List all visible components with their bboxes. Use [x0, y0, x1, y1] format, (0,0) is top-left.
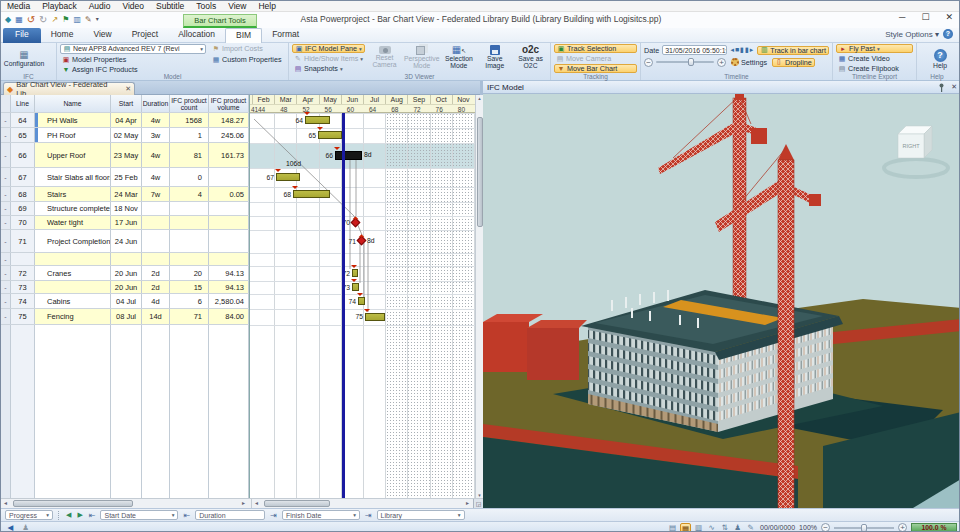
- move-bar-chart-button[interactable]: ▼ Move Bar Chart: [554, 64, 637, 73]
- cell-start[interactable]: 24 Jun: [111, 230, 142, 252]
- table-row[interactable]: -72Cranes20 Jun2d2094.13: [1, 266, 249, 281]
- table-row[interactable]: -69Structure complete18 Nov: [1, 202, 249, 216]
- cell-dur[interactable]: 4w: [142, 113, 170, 127]
- menu-audio[interactable]: Audio: [83, 1, 117, 11]
- help-icon[interactable]: ?: [943, 29, 953, 39]
- finish-date-dropdown[interactable]: Finish Date▾: [282, 510, 360, 520]
- menu-video[interactable]: Video: [116, 1, 150, 11]
- cell-start[interactable]: 20 Jun: [111, 266, 142, 280]
- zoom-out-icon[interactable]: −: [821, 523, 830, 532]
- cell-line[interactable]: 73: [11, 281, 35, 293]
- cell-vol[interactable]: 2,580.04: [209, 294, 249, 308]
- column-header-start[interactable]: Start: [111, 95, 142, 112]
- dropline-button[interactable]: ▯ Dropline: [772, 58, 815, 67]
- task-bar-64[interactable]: [305, 116, 330, 124]
- cell-line[interactable]: 66: [11, 143, 35, 167]
- cell-mark[interactable]: -: [1, 281, 11, 293]
- resources-icon[interactable]: ♟: [732, 523, 743, 532]
- progress-dropdown[interactable]: Progress▾: [5, 510, 53, 520]
- resource-status-icon[interactable]: ♟: [20, 523, 31, 532]
- menu-playback[interactable]: Playback: [36, 1, 83, 11]
- cell-name[interactable]: Upper Roof: [35, 143, 111, 167]
- column-header-name[interactable]: Name: [35, 95, 111, 112]
- cell-mark[interactable]: -: [1, 294, 11, 308]
- cell-cnt[interactable]: 4: [170, 187, 209, 201]
- create-video-button[interactable]: ▦ Create Video: [836, 54, 913, 63]
- save-image-button[interactable]: Save Image: [478, 44, 511, 73]
- cell-start[interactable]: 04 Apr: [111, 113, 142, 127]
- column-header-vol[interactable]: IFC product volume: [209, 95, 249, 112]
- cell-name[interactable]: Structure complete: [35, 202, 111, 215]
- task-bar-72[interactable]: [352, 269, 358, 277]
- cell-name[interactable]: Cranes: [35, 266, 111, 280]
- tab-project[interactable]: Project: [122, 28, 168, 43]
- cell-dur[interactable]: 4w: [142, 143, 170, 167]
- cell-name[interactable]: Stairs: [35, 187, 111, 201]
- cell-start[interactable]: 08 Jul: [111, 309, 142, 324]
- custom-properties-button[interactable]: ▦ Custom Properties: [210, 55, 284, 64]
- library-dropdown[interactable]: Library▾: [377, 510, 465, 520]
- cell-line[interactable]: 64: [11, 113, 35, 127]
- cell-line[interactable]: 74: [11, 294, 35, 308]
- cell-mark[interactable]: -: [1, 168, 11, 186]
- timeline-zoom-out-icon[interactable]: −: [644, 58, 653, 67]
- zoom-slider[interactable]: [834, 527, 894, 529]
- tab-format[interactable]: Format: [262, 28, 309, 43]
- save-as-o2c-button[interactable]: o2c Save as O2C: [514, 44, 547, 73]
- cell-cnt[interactable]: 1: [170, 128, 209, 142]
- cell-vol[interactable]: [209, 216, 249, 229]
- timeline-dropline[interactable]: [342, 113, 345, 498]
- cell-dur[interactable]: [142, 230, 170, 252]
- adjacent-buildings[interactable]: [483, 314, 587, 380]
- cell-mark[interactable]: -: [1, 230, 11, 252]
- create-flipbook-button[interactable]: ▤ Create Flipbook: [836, 64, 913, 73]
- cell-mark[interactable]: -: [1, 253, 11, 265]
- close-button[interactable]: ✕: [945, 12, 953, 22]
- cell-mark[interactable]: -: [1, 187, 11, 201]
- import-costs-button[interactable]: ⚑ Import Costs: [210, 44, 265, 53]
- cell-vol[interactable]: 161.73: [209, 143, 249, 167]
- cell-mark[interactable]: -: [1, 309, 11, 324]
- cell-name[interactable]: [35, 281, 111, 293]
- cell-vol[interactable]: 148.27: [209, 113, 249, 127]
- back-icon[interactable]: ◀: [5, 523, 16, 532]
- cell-vol[interactable]: 94.13: [209, 281, 249, 293]
- cell-start[interactable]: 24 Mar: [111, 187, 142, 201]
- cell-name[interactable]: Stair Slabs all floors: [35, 168, 111, 186]
- cell-start[interactable]: 20 Jun: [111, 281, 142, 293]
- track-selection-button[interactable]: ▣ Track Selection: [554, 44, 637, 53]
- zoom-in-icon[interactable]: +: [898, 523, 907, 532]
- cell-cnt[interactable]: 6: [170, 294, 209, 308]
- cell-vol[interactable]: 84.00: [209, 309, 249, 324]
- cell-start[interactable]: 04 Jul: [111, 294, 142, 308]
- column-header-dur[interactable]: Duration: [142, 95, 170, 112]
- cell-line[interactable]: 68: [11, 187, 35, 201]
- panel-close-icon[interactable]: ✕: [951, 83, 957, 91]
- cell-cnt[interactable]: [170, 202, 209, 215]
- task-bar-75[interactable]: [365, 313, 385, 321]
- selection-mode-button[interactable]: ▦↖ Selection Mode: [442, 44, 475, 73]
- column-header-cnt[interactable]: IFC product count: [170, 95, 209, 112]
- menu-help[interactable]: Help: [252, 1, 281, 11]
- cell-vol[interactable]: [209, 253, 249, 265]
- reset-camera-button[interactable]: Reset Camera: [368, 44, 401, 73]
- style-options-dropdown[interactable]: Style Options ▾: [885, 30, 939, 39]
- track-in-bar-chart-button[interactable]: ▥ Track in bar chart: [757, 46, 829, 55]
- cell-line[interactable]: 70: [11, 216, 35, 229]
- cell-cnt[interactable]: [170, 216, 209, 229]
- hide-show-items-button[interactable]: ✎ Hide/Show Items▾: [292, 54, 365, 63]
- cell-start[interactable]: 18 Nov: [111, 202, 142, 215]
- perspective-mode-button[interactable]: Perspective Mode: [404, 44, 440, 73]
- cell-name[interactable]: Cabins: [35, 294, 111, 308]
- cell-line[interactable]: 71: [11, 230, 35, 252]
- maximize-button[interactable]: ☐: [921, 12, 929, 22]
- timeline-transport-controls[interactable]: ◂■▮▮▸: [730, 46, 754, 54]
- tab-bim[interactable]: BIM: [225, 28, 262, 43]
- cell-cnt[interactable]: 20: [170, 266, 209, 280]
- sort-icon[interactable]: ⇅: [719, 523, 730, 532]
- cell-vol[interactable]: [209, 230, 249, 252]
- cell-vol[interactable]: 0.05: [209, 187, 249, 201]
- report-view-icon[interactable]: ▤: [667, 523, 678, 532]
- cell-dur[interactable]: 4w: [142, 168, 170, 186]
- table-row[interactable]: -74Cabins04 Jul4d62,580.04: [1, 294, 249, 309]
